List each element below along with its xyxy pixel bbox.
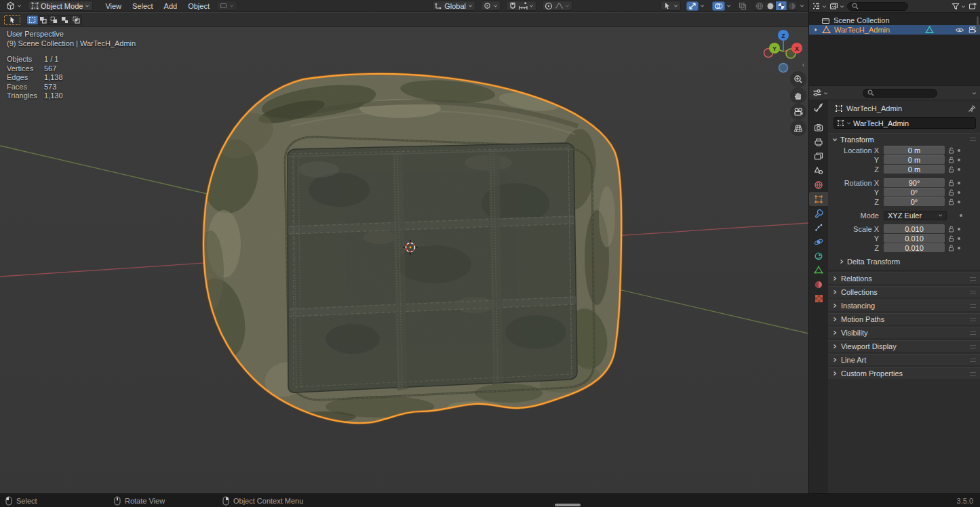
pin-icon[interactable] [968,104,976,113]
rotation-y-field[interactable]: 0° [884,188,945,197]
selected-object-pouch[interactable] [189,68,631,434]
statusbar-handle[interactable] [555,504,581,506]
pivot-point-dropdown[interactable] [481,1,501,11]
panel-drag-handle[interactable] [970,291,976,294]
panel-drag-handle[interactable] [970,331,976,335]
move-view-button[interactable] [790,87,806,104]
outliner-editor-type-button[interactable] [812,2,827,10]
toggle-perspective-button[interactable] [790,120,806,136]
mode-selector[interactable]: Object Mode [28,1,93,11]
eye-visibility-icon[interactable] [955,26,964,34]
render-visibility-camera-icon[interactable] [968,26,977,34]
tab-physics[interactable] [809,235,828,249]
panel-custom-properties[interactable]: Custom Properties [828,367,980,379]
object-visibility-dropdown[interactable] [661,1,681,11]
properties-editor-type-button[interactable] [812,89,828,97]
xray-toggle[interactable] [737,1,749,11]
shading-rendered-button[interactable] [787,1,798,10]
header-extra-dropdown[interactable] [216,1,237,11]
select-mode-set[interactable] [27,16,38,24]
panel-drag-handle[interactable] [970,277,976,281]
outliner-search-input[interactable] [847,2,908,11]
lock-icon[interactable] [945,166,957,173]
scale-x-field[interactable]: 0.010 [884,224,945,233]
transform-panel-header[interactable]: Transform [828,134,980,145]
tab-texture[interactable] [809,291,828,306]
panel-viewport-display[interactable]: Viewport Display [828,340,980,352]
show-gizmos-toggle[interactable] [686,1,699,11]
panel-instancing[interactable]: Instancing [828,300,980,311]
properties-search-input[interactable] [863,89,937,98]
select-mode-intersect[interactable] [71,16,81,24]
new-collection-button[interactable] [968,2,977,10]
tab-scene[interactable] [809,163,828,178]
tab-output[interactable] [809,135,828,149]
rotation-mode-dropdown[interactable]: XYZ Euler [884,211,947,220]
breadcrumb-object-name[interactable]: WarTecH_Admin [846,104,902,113]
properties-options-dropdown[interactable] [972,91,977,96]
outliner-row-scene-collection[interactable]: Scene Collection [809,16,980,25]
location-y-field[interactable]: 0 m [884,155,945,164]
tab-modifiers[interactable] [809,206,828,220]
lock-icon[interactable] [945,157,957,163]
animate-dot[interactable] [958,149,960,152]
panel-motion-paths[interactable]: Motion Paths [828,313,980,325]
menu-select[interactable]: Select [127,2,159,10]
panel-visibility[interactable]: Visibility [828,327,980,338]
proportional-editing-toggle[interactable] [545,2,553,10]
select-mode-extend[interactable] [38,16,49,24]
panel-drag-handle[interactable] [970,304,976,308]
panel-drag-handle[interactable] [970,345,976,348]
lock-icon[interactable] [945,180,957,186]
scale-y-field[interactable]: 0.010 [884,234,945,243]
outliner-display-mode-dropdown[interactable] [829,2,844,10]
panel-drag-handle[interactable] [970,138,976,141]
shading-solid-button[interactable] [765,1,776,10]
animate-dot[interactable] [958,247,960,249]
lock-icon[interactable] [945,226,957,232]
lock-icon[interactable] [945,245,957,251]
disclosure-arrow-icon[interactable] [813,27,819,33]
tab-particles[interactable] [809,220,828,235]
gizmo-axis-z[interactable]: Z [778,30,789,41]
snap-target-dropdown[interactable] [519,2,534,10]
tab-object-data[interactable] [809,263,828,277]
menu-view[interactable]: View [100,2,127,10]
lock-icon[interactable] [945,199,957,205]
lock-icon[interactable] [945,235,957,242]
panel-drag-handle[interactable] [970,318,976,321]
tab-material[interactable] [809,277,828,291]
animate-dot[interactable] [958,191,960,194]
tab-constraints[interactable] [809,249,828,263]
panel-drag-handle[interactable] [970,359,976,362]
scale-z-field[interactable]: 0.010 [884,243,945,252]
gizmo-axis-neg-z[interactable] [779,64,788,73]
zoom-button[interactable] [790,71,806,87]
editor-divider[interactable] [808,0,809,493]
tab-render[interactable] [809,121,828,135]
menu-object[interactable]: Object [182,2,215,10]
lock-icon[interactable] [945,189,957,196]
transform-orientation-dropdown[interactable]: Global [432,1,475,11]
outliner-scrollbar[interactable] [977,16,979,34]
show-overlays-toggle[interactable] [712,1,725,11]
panel-relations[interactable]: Relations [828,272,980,284]
panel-line-art[interactable]: Line Art [828,354,980,365]
panel-drag-handle[interactable] [970,372,976,376]
gizmo-axis-x[interactable]: X [791,43,802,54]
select-mode-subtract[interactable] [49,16,60,24]
shading-dropdown[interactable] [800,3,804,8]
editor-type-button[interactable] [3,1,25,11]
tab-world[interactable] [809,178,828,192]
sidebar-toggle-arrow[interactable]: ‹ [802,61,804,68]
rotation-z-field[interactable]: 0° [884,197,945,206]
tab-view-layer[interactable] [809,149,828,163]
snap-toggle[interactable] [509,2,517,10]
panel-collections[interactable]: Collections [828,286,980,298]
location-x-field[interactable]: 0 m [884,146,945,155]
animate-dot[interactable] [958,182,960,184]
select-mode-invert[interactable] [60,16,71,24]
menu-add[interactable]: Add [159,2,183,10]
active-tool-select-box[interactable] [3,14,21,26]
outliner-row-object[interactable]: WarTecH_Admin [809,25,980,35]
